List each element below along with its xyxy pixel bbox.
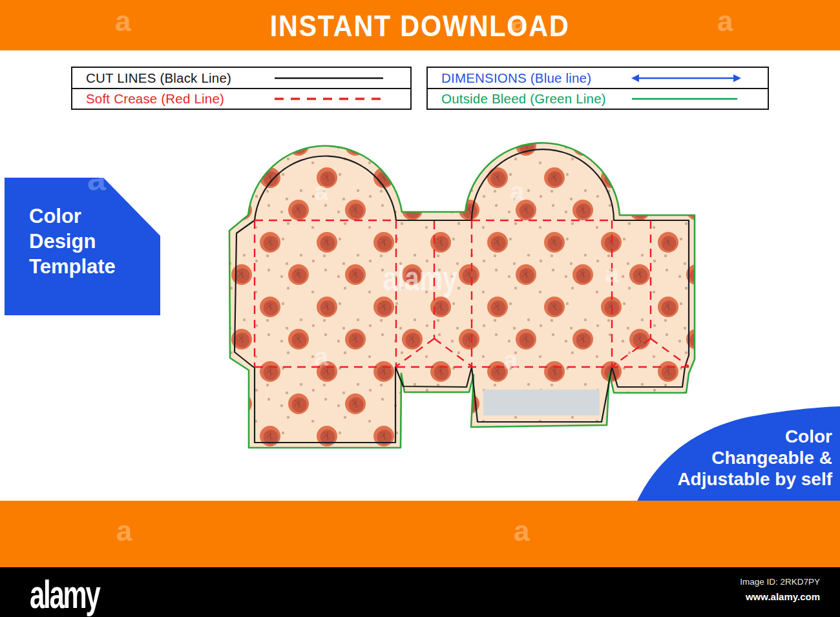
footer-bar: alamy Image ID: 2RKD7PY www.alamy.com [0,567,840,617]
legend-label-dimensions: DIMENSIONS (Blue line) [441,70,631,86]
a-watermark: a [503,346,518,374]
a-watermark: a [115,5,131,37]
a-watermark: a [116,515,132,547]
legend-label-soft-crease: Soft Crease (Red Line) [86,91,273,107]
a-watermark: a [717,5,733,37]
banner-title: INSTANT DOWNLOAD [270,8,570,43]
a-watermark: a [510,177,525,205]
bleed-line-sample [631,96,742,102]
a-watermark: a [314,342,329,371]
dimension-arrow-sample [631,74,742,83]
legend-row-outside-bleed: Outside Bleed (Green Line) [428,88,768,109]
legend-row-soft-crease: Soft Crease (Red Line) [72,88,410,109]
cut-line-sample [273,75,384,81]
glue-area [483,390,600,415]
right-badge-line: Changeable & [677,447,832,468]
legend-label-outside-bleed: Outside Bleed (Green Line) [441,91,631,107]
image-id-text: Image ID: 2RKD7PY [740,577,820,587]
legend-row-dimensions: DIMENSIONS (Blue line) [428,68,768,88]
arrowhead-left-icon [631,74,639,82]
arrowhead-right-icon [733,74,741,82]
alamy-watermark: alamy [383,258,457,297]
legend-row-cut-lines: CUT LINES (Black Line) [72,68,410,88]
right-badge-line: Adjustable by self [677,468,832,490]
a-watermark: a [514,515,529,547]
stock-image-page: alamy a a a a a Color Changeable & Adjus… [0,0,840,617]
alamy-logo: alamy [30,571,100,616]
top-banner: INSTANT DOWNLOAD a a a [0,0,840,50]
crease-line-sample [273,96,384,102]
left-badge-line: Design [29,229,160,254]
legend-cut-crease: CUT LINES (Black Line) Soft Crease (Red … [71,67,412,110]
right-badge-line: Color [677,426,832,447]
a-watermark: a [605,259,620,288]
right-badge: Color Changeable & Adjustable by self [677,426,832,490]
left-badge-line: Template [29,254,160,279]
a-watermark: a [314,177,329,205]
bottom-banner: a a [0,501,840,567]
legend-dimensions-bleed: DIMENSIONS (Blue line) Outside Bleed (Gr… [426,67,769,110]
website-text: www.alamy.com [746,591,820,602]
legend-label-cut-lines: CUT LINES (Black Line) [86,70,273,86]
